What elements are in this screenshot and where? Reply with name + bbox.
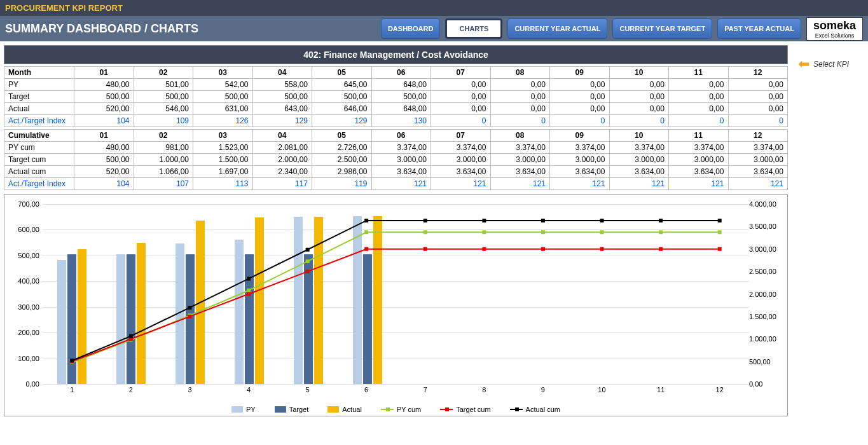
- col-month: 07: [431, 130, 491, 142]
- col-month: 06: [371, 67, 431, 79]
- cell: 3.000,00: [431, 154, 491, 166]
- x-label: 10: [572, 386, 631, 395]
- cell: 130: [371, 115, 431, 127]
- cell: 1.523,00: [193, 142, 253, 154]
- y-tick-left: 300,00: [18, 303, 39, 311]
- y-tick-right: 500,00: [749, 358, 771, 366]
- cell: 3.374,00: [371, 142, 431, 154]
- header: SUMMARY DASHBOARD / CHARTS DASHBOARD CHA…: [0, 16, 868, 41]
- x-label: 9: [514, 386, 573, 395]
- cell: 3.634,00: [669, 166, 729, 178]
- y-tick-right: 3.500,00: [749, 222, 776, 230]
- kpi-banner[interactable]: 402: Finance Management / Cost Avoidance: [4, 45, 788, 64]
- col-month: 01: [74, 130, 134, 142]
- table-row: Target500,00500,00500,00500,00500,00500,…: [4, 91, 788, 103]
- line-marker: [541, 230, 545, 234]
- cell: 0: [669, 115, 729, 127]
- row-label: Actual: [4, 103, 74, 115]
- cell: 0,00: [728, 79, 788, 91]
- legend-item: Target cum: [440, 406, 490, 413]
- cell: 500,00: [74, 154, 134, 166]
- table-row: PY cum480,00981,001.523,002.081,002.726,…: [4, 142, 788, 154]
- col-month: 07: [431, 67, 491, 79]
- cell: 520,00: [74, 103, 134, 115]
- col-month: 06: [371, 130, 431, 142]
- cell: 0,00: [550, 91, 610, 103]
- line-marker: [659, 219, 663, 222]
- line-marker: [659, 247, 663, 251]
- cell: 0: [550, 115, 610, 127]
- cell: 0: [728, 115, 788, 127]
- cell: 0,00: [490, 103, 550, 115]
- col-month: 03: [193, 130, 253, 142]
- cell: 3.000,00: [550, 154, 610, 166]
- cell: 3.000,00: [371, 154, 431, 166]
- cell: 3.374,00: [609, 142, 669, 154]
- dashboard-button[interactable]: DASHBOARD: [381, 18, 441, 39]
- page-subtitle: SUMMARY DASHBOARD / CHARTS: [5, 22, 198, 36]
- col-month: 05: [312, 130, 372, 142]
- row-label: Target: [4, 91, 74, 103]
- cell: 2.986,00: [312, 166, 372, 178]
- cell: 0: [609, 115, 669, 127]
- cell: 0,00: [609, 79, 669, 91]
- line-marker: [364, 230, 368, 234]
- cell: 0,00: [550, 79, 610, 91]
- line-marker: [600, 247, 604, 251]
- cell: 558,00: [252, 79, 312, 91]
- line-marker: [306, 259, 310, 263]
- past-year-actual-button[interactable]: PAST YEAR ACTUAL: [717, 18, 801, 39]
- select-kpi-label: Select KPI: [813, 60, 849, 69]
- row-label: Act./Target Index: [4, 115, 74, 127]
- col-month: 10: [609, 67, 669, 79]
- table-row: Act./Target Index10410711311711912112112…: [4, 178, 788, 190]
- cell: 121: [728, 178, 788, 190]
- cell: 121: [371, 178, 431, 190]
- col-month: 05: [312, 67, 372, 79]
- line-marker: [659, 230, 663, 234]
- nav-bar: DASHBOARD CHARTS CURRENT YEAR ACTUAL CUR…: [381, 17, 863, 41]
- cell: 3.000,00: [669, 154, 729, 166]
- cell: 0,00: [490, 79, 550, 91]
- col-month: 02: [134, 130, 193, 142]
- cell: 0,00: [669, 79, 729, 91]
- charts-button[interactable]: CHARTS: [445, 18, 502, 39]
- cell: 0,00: [669, 103, 729, 115]
- line-marker: [424, 230, 427, 234]
- y-tick-right: 4.000,00: [749, 200, 776, 208]
- cell: 480,00: [74, 142, 134, 154]
- cell: 643,00: [252, 103, 312, 115]
- cumulative-table: Cumulative010203040506070809101112 PY cu…: [4, 129, 788, 190]
- line-marker: [482, 230, 486, 234]
- combo-chart: 0,00100,00200,00300,00400,00500,00600,00…: [4, 194, 788, 416]
- cell: 2.081,00: [252, 142, 312, 154]
- cell: 119: [312, 178, 372, 190]
- line-marker: [424, 247, 427, 251]
- y-tick-right: 2.500,00: [749, 268, 776, 275]
- cell: 121: [550, 178, 610, 190]
- cell: 500,00: [193, 91, 253, 103]
- cell: 631,00: [193, 103, 253, 115]
- cell: 645,00: [312, 79, 372, 91]
- col-month: 09: [550, 130, 610, 142]
- cell: 3.374,00: [431, 142, 491, 154]
- table-row: Actual520,00546,00631,00643,00646,00648,…: [4, 103, 788, 115]
- y-tick-left: 200,00: [18, 329, 39, 336]
- cell: 3.374,00: [728, 142, 788, 154]
- y-tick-right: 1.000,00: [749, 335, 776, 343]
- current-year-target-button[interactable]: CURRENT YEAR TARGET: [612, 18, 712, 39]
- cell: 0,00: [728, 91, 788, 103]
- cell: 3.374,00: [669, 142, 729, 154]
- cell: 3.000,00: [609, 154, 669, 166]
- report-title: PROCUREMENT KPI REPORT: [5, 3, 123, 13]
- cell: 3.634,00: [728, 166, 788, 178]
- y-tick-left: 700,00: [18, 200, 39, 208]
- cell: 0: [431, 115, 491, 127]
- current-year-actual-button[interactable]: CURRENT YEAR ACTUAL: [507, 18, 607, 39]
- line-marker: [247, 289, 251, 292]
- line-marker: [600, 230, 604, 234]
- row-label: Actual cum: [4, 166, 74, 178]
- legend-item: Actual cum: [510, 406, 560, 413]
- row-label: Target cum: [4, 154, 74, 166]
- cell: 109: [134, 115, 193, 127]
